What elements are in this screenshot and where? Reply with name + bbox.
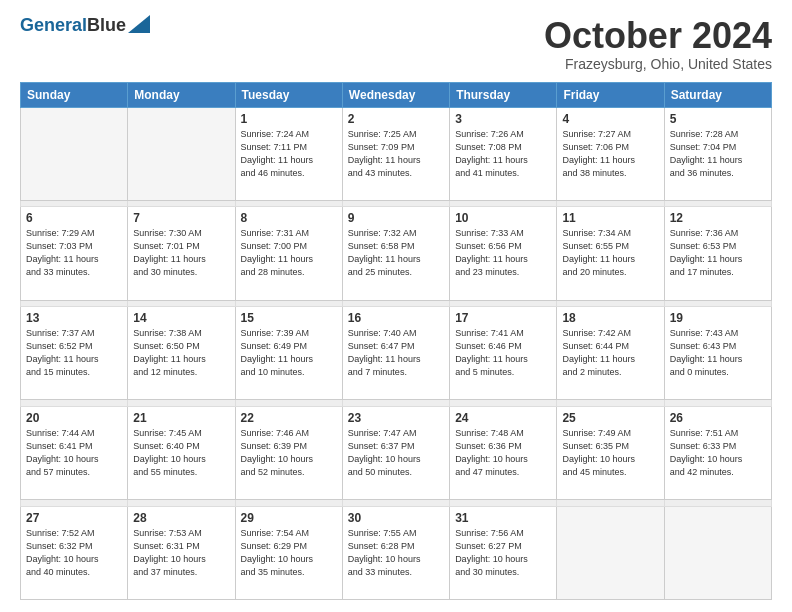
day-number: 16 [348,311,444,325]
calendar-week-row: 20Sunrise: 7:44 AM Sunset: 6:41 PM Dayli… [21,406,772,499]
calendar-header-saturday: Saturday [664,82,771,107]
day-number: 21 [133,411,229,425]
calendar-cell: 7Sunrise: 7:30 AM Sunset: 7:01 PM Daylig… [128,207,235,300]
day-number: 9 [348,211,444,225]
calendar-cell: 28Sunrise: 7:53 AM Sunset: 6:31 PM Dayli… [128,506,235,599]
day-number: 5 [670,112,766,126]
day-detail: Sunrise: 7:43 AM Sunset: 6:43 PM Dayligh… [670,327,766,379]
day-number: 7 [133,211,229,225]
day-detail: Sunrise: 7:27 AM Sunset: 7:06 PM Dayligh… [562,128,658,180]
calendar-header-friday: Friday [557,82,664,107]
day-number: 28 [133,511,229,525]
day-number: 25 [562,411,658,425]
day-number: 3 [455,112,551,126]
calendar-cell [664,506,771,599]
logo-text: GeneralBlue [20,16,126,36]
day-number: 14 [133,311,229,325]
calendar-week-row: 6Sunrise: 7:29 AM Sunset: 7:03 PM Daylig… [21,207,772,300]
calendar-cell: 30Sunrise: 7:55 AM Sunset: 6:28 PM Dayli… [342,506,449,599]
calendar-header-sunday: Sunday [21,82,128,107]
calendar-cell: 18Sunrise: 7:42 AM Sunset: 6:44 PM Dayli… [557,307,664,400]
day-detail: Sunrise: 7:33 AM Sunset: 6:56 PM Dayligh… [455,227,551,279]
day-detail: Sunrise: 7:24 AM Sunset: 7:11 PM Dayligh… [241,128,337,180]
calendar-header-row: SundayMondayTuesdayWednesdayThursdayFrid… [21,82,772,107]
calendar-cell: 11Sunrise: 7:34 AM Sunset: 6:55 PM Dayli… [557,207,664,300]
calendar-header-monday: Monday [128,82,235,107]
calendar-cell: 14Sunrise: 7:38 AM Sunset: 6:50 PM Dayli… [128,307,235,400]
day-number: 29 [241,511,337,525]
calendar-cell: 19Sunrise: 7:43 AM Sunset: 6:43 PM Dayli… [664,307,771,400]
calendar-cell: 8Sunrise: 7:31 AM Sunset: 7:00 PM Daylig… [235,207,342,300]
day-detail: Sunrise: 7:47 AM Sunset: 6:37 PM Dayligh… [348,427,444,479]
calendar-cell: 17Sunrise: 7:41 AM Sunset: 6:46 PM Dayli… [450,307,557,400]
calendar-cell: 15Sunrise: 7:39 AM Sunset: 6:49 PM Dayli… [235,307,342,400]
day-detail: Sunrise: 7:52 AM Sunset: 6:32 PM Dayligh… [26,527,122,579]
day-detail: Sunrise: 7:29 AM Sunset: 7:03 PM Dayligh… [26,227,122,279]
calendar-cell: 12Sunrise: 7:36 AM Sunset: 6:53 PM Dayli… [664,207,771,300]
calendar-cell [128,107,235,200]
calendar-week-row: 13Sunrise: 7:37 AM Sunset: 6:52 PM Dayli… [21,307,772,400]
day-number: 2 [348,112,444,126]
day-detail: Sunrise: 7:42 AM Sunset: 6:44 PM Dayligh… [562,327,658,379]
calendar-week-row: 1Sunrise: 7:24 AM Sunset: 7:11 PM Daylig… [21,107,772,200]
calendar-cell: 22Sunrise: 7:46 AM Sunset: 6:39 PM Dayli… [235,406,342,499]
day-detail: Sunrise: 7:45 AM Sunset: 6:40 PM Dayligh… [133,427,229,479]
day-detail: Sunrise: 7:36 AM Sunset: 6:53 PM Dayligh… [670,227,766,279]
calendar-cell: 23Sunrise: 7:47 AM Sunset: 6:37 PM Dayli… [342,406,449,499]
subtitle: Frazeysburg, Ohio, United States [544,56,772,72]
day-number: 24 [455,411,551,425]
header: GeneralBlue October 2024 Frazeysburg, Oh… [20,16,772,72]
calendar-cell: 2Sunrise: 7:25 AM Sunset: 7:09 PM Daylig… [342,107,449,200]
logo: GeneralBlue [20,16,150,36]
day-number: 6 [26,211,122,225]
day-number: 4 [562,112,658,126]
calendar-cell: 9Sunrise: 7:32 AM Sunset: 6:58 PM Daylig… [342,207,449,300]
day-detail: Sunrise: 7:39 AM Sunset: 6:49 PM Dayligh… [241,327,337,379]
day-detail: Sunrise: 7:44 AM Sunset: 6:41 PM Dayligh… [26,427,122,479]
title-area: October 2024 Frazeysburg, Ohio, United S… [544,16,772,72]
calendar-cell: 20Sunrise: 7:44 AM Sunset: 6:41 PM Dayli… [21,406,128,499]
calendar-cell: 5Sunrise: 7:28 AM Sunset: 7:04 PM Daylig… [664,107,771,200]
day-number: 18 [562,311,658,325]
day-detail: Sunrise: 7:25 AM Sunset: 7:09 PM Dayligh… [348,128,444,180]
calendar-header-wednesday: Wednesday [342,82,449,107]
calendar-cell: 27Sunrise: 7:52 AM Sunset: 6:32 PM Dayli… [21,506,128,599]
day-number: 26 [670,411,766,425]
day-number: 15 [241,311,337,325]
day-detail: Sunrise: 7:48 AM Sunset: 6:36 PM Dayligh… [455,427,551,479]
calendar-cell: 29Sunrise: 7:54 AM Sunset: 6:29 PM Dayli… [235,506,342,599]
calendar-cell: 31Sunrise: 7:56 AM Sunset: 6:27 PM Dayli… [450,506,557,599]
calendar-cell: 25Sunrise: 7:49 AM Sunset: 6:35 PM Dayli… [557,406,664,499]
day-number: 30 [348,511,444,525]
day-detail: Sunrise: 7:26 AM Sunset: 7:08 PM Dayligh… [455,128,551,180]
day-number: 22 [241,411,337,425]
day-detail: Sunrise: 7:56 AM Sunset: 6:27 PM Dayligh… [455,527,551,579]
day-number: 19 [670,311,766,325]
day-detail: Sunrise: 7:53 AM Sunset: 6:31 PM Dayligh… [133,527,229,579]
day-detail: Sunrise: 7:51 AM Sunset: 6:33 PM Dayligh… [670,427,766,479]
day-number: 8 [241,211,337,225]
day-detail: Sunrise: 7:30 AM Sunset: 7:01 PM Dayligh… [133,227,229,279]
page: GeneralBlue October 2024 Frazeysburg, Oh… [0,0,792,612]
day-detail: Sunrise: 7:32 AM Sunset: 6:58 PM Dayligh… [348,227,444,279]
day-number: 12 [670,211,766,225]
calendar-cell [557,506,664,599]
day-detail: Sunrise: 7:28 AM Sunset: 7:04 PM Dayligh… [670,128,766,180]
day-detail: Sunrise: 7:54 AM Sunset: 6:29 PM Dayligh… [241,527,337,579]
day-detail: Sunrise: 7:38 AM Sunset: 6:50 PM Dayligh… [133,327,229,379]
day-number: 11 [562,211,658,225]
calendar-cell: 21Sunrise: 7:45 AM Sunset: 6:40 PM Dayli… [128,406,235,499]
day-detail: Sunrise: 7:34 AM Sunset: 6:55 PM Dayligh… [562,227,658,279]
day-detail: Sunrise: 7:49 AM Sunset: 6:35 PM Dayligh… [562,427,658,479]
day-number: 10 [455,211,551,225]
calendar-cell: 6Sunrise: 7:29 AM Sunset: 7:03 PM Daylig… [21,207,128,300]
calendar-week-row: 27Sunrise: 7:52 AM Sunset: 6:32 PM Dayli… [21,506,772,599]
day-number: 17 [455,311,551,325]
calendar-cell: 4Sunrise: 7:27 AM Sunset: 7:06 PM Daylig… [557,107,664,200]
logo-icon [128,15,150,33]
calendar-cell: 3Sunrise: 7:26 AM Sunset: 7:08 PM Daylig… [450,107,557,200]
day-detail: Sunrise: 7:31 AM Sunset: 7:00 PM Dayligh… [241,227,337,279]
day-number: 13 [26,311,122,325]
calendar-cell: 16Sunrise: 7:40 AM Sunset: 6:47 PM Dayli… [342,307,449,400]
day-detail: Sunrise: 7:37 AM Sunset: 6:52 PM Dayligh… [26,327,122,379]
